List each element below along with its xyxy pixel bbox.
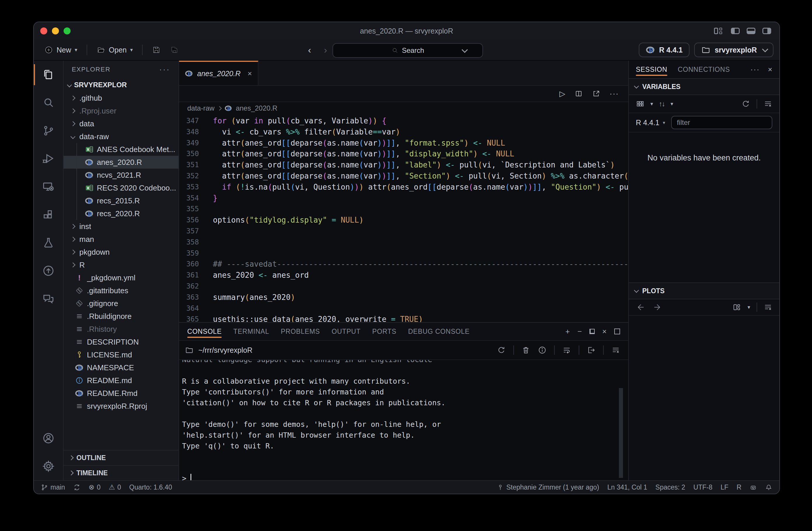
restore-panel-icon[interactable] [590, 329, 595, 334]
tree-item[interactable]: .Rhistory [63, 323, 178, 335]
console-prompt[interactable]: > [182, 473, 628, 480]
breadcrumb[interactable]: data-raw anes_2020.R [179, 102, 628, 114]
tree-item[interactable]: .gitattributes [63, 284, 178, 297]
tree-item[interactable]: .Rproj.user [63, 104, 178, 117]
status-item[interactable]: Spaces: 2 [655, 484, 685, 491]
variables-filter-input[interactable]: filter [671, 116, 772, 129]
navigate-back-button[interactable]: ‹ [308, 45, 311, 55]
run-file-icon[interactable]: ▷ [560, 89, 565, 98]
chevron-down-icon[interactable]: ▾ [670, 101, 673, 107]
account-icon[interactable] [34, 424, 63, 452]
tree-item[interactable]: man [63, 233, 178, 246]
project-button[interactable]: srvyrexploR [694, 43, 773, 57]
tree-item[interactable]: README.Rmd [63, 387, 178, 400]
outline-section-header[interactable]: OUTLINE [63, 450, 178, 465]
open-button[interactable]: Open▾ [93, 43, 136, 57]
status-item[interactable]: UTF-8 [693, 484, 712, 491]
refresh-variables-icon[interactable] [741, 100, 750, 108]
plots-section-header[interactable]: PLOTS [629, 283, 779, 299]
tree-item[interactable]: LICENSE.md [63, 348, 178, 361]
more-actions-icon[interactable]: ··· [610, 89, 619, 98]
close-tab-icon[interactable]: × [248, 69, 252, 78]
run-debug-icon[interactable] [34, 145, 63, 173]
breadcrumb-file[interactable]: anes_2020.R [236, 104, 277, 112]
console-scrollbar[interactable] [619, 388, 623, 478]
publish-icon[interactable] [34, 257, 63, 285]
status-item[interactable]: R [737, 484, 741, 491]
panel-tab-output[interactable]: OUTPUT [332, 323, 361, 340]
status-item[interactable]: Ln 341, Col 1 [607, 484, 647, 491]
breadcrumb-dir[interactable]: data-raw [187, 104, 214, 112]
tree-item[interactable]: recs_2015.R [63, 194, 178, 207]
interpreter-button[interactable]: R 4.4.1 [639, 43, 690, 57]
working-directory[interactable]: ~/rrr/srvyrexploR [198, 346, 252, 355]
split-editor-icon[interactable] [575, 89, 583, 98]
status-item[interactable]: Stephanie Zimmer (1 year ago) [497, 484, 599, 491]
status-item[interactable] [73, 484, 81, 491]
word-wrap-icon[interactable] [562, 346, 571, 355]
tree-item[interactable]: inst [63, 220, 178, 233]
navigate-forward-button[interactable]: › [324, 45, 327, 55]
new-console-icon[interactable]: + [565, 327, 570, 336]
info-icon[interactable] [538, 346, 547, 355]
tree-item[interactable]: ncvs_2021.R [63, 169, 178, 182]
comments-icon[interactable] [34, 285, 63, 313]
status-item[interactable]: ⊗0 [89, 483, 101, 491]
code-editor[interactable]: 347for (var in pull(cb_vars, Variable)) … [179, 114, 628, 322]
tree-item[interactable]: README.md [63, 374, 178, 387]
tree-item[interactable]: !_pkgdown.yml [63, 271, 178, 284]
tree-item[interactable]: .Rbuildignore [63, 310, 178, 323]
gear-icon[interactable] [34, 452, 63, 480]
tree-item[interactable]: DESCRIPTION [63, 335, 178, 348]
trash-icon[interactable] [522, 346, 530, 355]
session-tab-connections[interactable]: CONNECTIONS [678, 61, 730, 78]
tree-item[interactable]: ANES Codebook Met... [63, 143, 178, 156]
panel-tab-debug-console[interactable]: DEBUG CONSOLE [408, 323, 469, 340]
testing-icon[interactable] [34, 229, 63, 257]
save-all-button[interactable] [166, 43, 182, 57]
variables-section-header[interactable]: VARIABLES [629, 78, 779, 95]
editor-tab-anes-2020[interactable]: anes_2020.R × [179, 61, 258, 85]
tree-item[interactable]: RECS 2020 Codeboo... [63, 182, 178, 194]
search-icon[interactable] [34, 89, 63, 117]
panel-tab-console[interactable]: CONSOLE [187, 323, 222, 340]
previous-plot-icon[interactable] [636, 303, 645, 312]
session-tab-session[interactable]: SESSION [636, 61, 667, 78]
tree-item[interactable]: .github [63, 91, 178, 104]
new-button[interactable]: New▾ [41, 43, 81, 57]
tree-item[interactable]: srvyrexploR.Rproj [63, 400, 178, 413]
tree-item[interactable]: anes_2020.R [63, 156, 178, 169]
save-button[interactable] [148, 43, 164, 57]
console-output[interactable]: Natural language support but running in … [179, 360, 628, 480]
more-actions-icon[interactable]: ··· [751, 65, 760, 74]
minimize-window-button[interactable] [52, 27, 59, 34]
runtime-selector[interactable]: R 4.4.1 ▾ [636, 118, 665, 127]
status-item[interactable]: main [41, 484, 65, 491]
status-item[interactable] [750, 484, 757, 491]
plot-layout-icon[interactable] [733, 303, 741, 312]
panel-tab-ports[interactable]: PORTS [372, 323, 396, 340]
tree-item[interactable]: data-raw [63, 130, 178, 143]
exit-session-icon[interactable] [587, 346, 596, 355]
tree-item[interactable]: pkgdown [63, 246, 178, 258]
toggle-right-panel-icon[interactable] [763, 28, 771, 34]
extensions-icon[interactable] [34, 201, 63, 229]
restart-console-icon[interactable] [497, 346, 506, 355]
status-item[interactable]: Quarto: 1.6.40 [129, 484, 172, 491]
tree-item[interactable]: R [63, 258, 178, 271]
minimize-panel-icon[interactable]: − [578, 327, 582, 336]
clear-console-icon[interactable] [611, 346, 620, 355]
close-panel-icon[interactable]: × [602, 327, 607, 336]
status-item[interactable]: LF [721, 484, 729, 491]
workspace-root-item[interactable]: SRVYREXPLOR [63, 78, 178, 91]
tree-item[interactable]: recs_2020.R [63, 207, 178, 220]
more-actions-icon[interactable]: ··· [159, 65, 170, 74]
global-search-input[interactable]: Search [333, 43, 483, 58]
panel-tab-terminal[interactable]: TERMINAL [233, 323, 269, 340]
open-in-new-window-icon[interactable] [592, 89, 600, 98]
tree-item[interactable]: NAMESPACE [63, 361, 178, 374]
zoom-window-button[interactable] [63, 27, 71, 34]
status-item[interactable]: ⚠0 [109, 483, 121, 491]
tree-item[interactable]: .gitignore [63, 297, 178, 310]
clear-variables-icon[interactable] [764, 100, 772, 108]
